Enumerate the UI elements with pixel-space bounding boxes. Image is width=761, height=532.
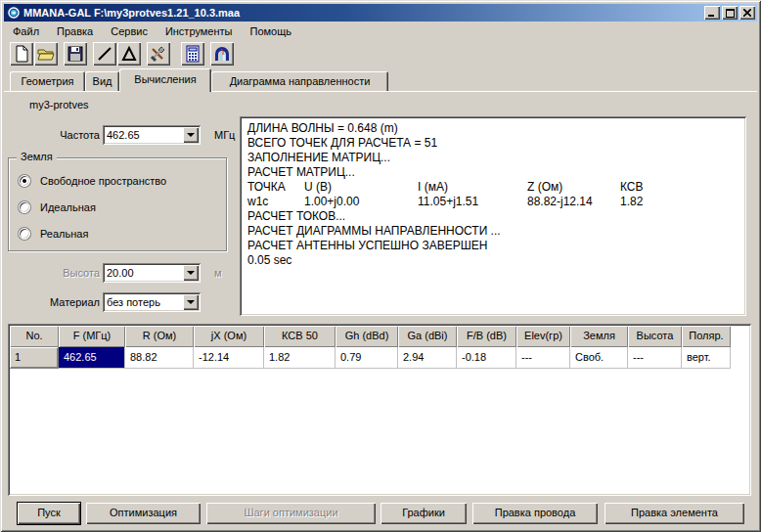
output-col: 11.05+j1.51	[418, 195, 527, 209]
calculate-button[interactable]	[181, 42, 204, 66]
edit-element-button[interactable]: Правка элемента	[604, 503, 744, 524]
results-header-row: No. F (МГц) R (Ом) jX (Ом) КСВ 50 Gh (dB…	[10, 326, 749, 347]
edit-wire-button[interactable]: Правка провода	[472, 503, 598, 524]
cell-ga[interactable]: 2.94	[398, 347, 457, 369]
menu-edit[interactable]: Правка	[48, 23, 102, 39]
close-icon	[743, 9, 751, 17]
ground-option-real[interactable]: Реальная	[19, 227, 88, 240]
cell-elev[interactable]: ---	[516, 347, 570, 369]
height-unit: м	[214, 267, 222, 279]
calculation-output[interactable]: ДЛИНА ВОЛНЫ = 0.648 (m) ВСЕГО ТОЧЕК ДЛЯ …	[240, 116, 746, 316]
start-button[interactable]: Пуск	[18, 503, 80, 524]
titlebar[interactable]: MMANA-GAL F:\my3protves1.21_10.3.maa	[4, 4, 757, 22]
app-logo-icon	[7, 6, 21, 20]
radio-icon	[19, 201, 30, 213]
col-header-r: R (Ом)	[125, 326, 194, 347]
output-line: РАСЧЕТ ТОКОВ...	[247, 209, 739, 224]
frequency-label: Частота	[4, 129, 100, 141]
height-combobox[interactable]: 20.00	[103, 263, 201, 283]
cell-gh[interactable]: 0.79	[336, 347, 398, 369]
output-line: ЗАПОЛНЕНИЕ МАТРИЦ...	[247, 151, 739, 165]
frequency-combobox[interactable]: 462.65	[103, 125, 201, 145]
output-col: 1.82	[620, 195, 643, 209]
col-header-jx: jX (Ом)	[194, 326, 264, 347]
tab-geometry[interactable]: Геометрия	[10, 71, 85, 92]
wire-edit-icon	[96, 45, 113, 63]
results-table: No. F (МГц) R (Ом) jX (Ом) КСВ 50 Gh (dB…	[8, 324, 751, 496]
col-header-gh: Gh (dBd)	[336, 326, 398, 347]
save-file-button[interactable]	[64, 42, 87, 66]
chevron-down-icon	[187, 133, 195, 137]
chevron-down-icon	[187, 300, 195, 304]
output-col: КСВ	[620, 180, 644, 195]
window-title: MMANA-GAL F:\my3protves1.21_10.3.maa	[23, 7, 702, 19]
cell-ground[interactable]: Своб.	[570, 347, 628, 369]
frequency-value: 462.65	[107, 129, 182, 141]
cell-no[interactable]: 1	[10, 347, 59, 369]
save-file-icon	[67, 45, 84, 63]
plots-button[interactable]: Графики	[380, 503, 467, 524]
output-col: 1.00+j0.00	[304, 195, 418, 209]
menu-file[interactable]: Файл	[4, 23, 48, 39]
material-dropdown-button[interactable]	[183, 294, 199, 310]
material-combobox[interactable]: без потерь	[103, 292, 201, 312]
new-file-icon	[13, 45, 30, 63]
tab-pattern[interactable]: Диаграмма направленности	[211, 71, 388, 92]
model-name-label: my3-protves	[29, 99, 89, 111]
cell-fb[interactable]: -0.18	[457, 347, 516, 369]
cell-r[interactable]: 88.82	[125, 347, 194, 369]
minimize-button[interactable]	[704, 6, 720, 20]
height-value: 20.00	[107, 267, 182, 279]
open-file-icon	[37, 45, 55, 63]
calculate-icon	[184, 45, 201, 63]
ground-option-label: Идеальная	[40, 201, 96, 213]
col-header-swr: КСВ 50	[264, 326, 336, 347]
menu-tools[interactable]: Инструменты	[157, 23, 242, 39]
optimization-steps-button[interactable]: Шаги оптимизации	[206, 503, 376, 524]
mmana-gal-window: MMANA-GAL F:\my3protves1.21_10.3.maa Фай…	[0, 0, 761, 532]
output-col: w1c	[247, 195, 304, 209]
ground-option-ideal[interactable]: Идеальная	[19, 200, 96, 213]
open-file-button[interactable]	[34, 42, 58, 66]
tools-button[interactable]	[147, 42, 170, 66]
ground-option-label: Реальная	[40, 228, 88, 240]
ground-groupbox: Земля Свободное пространство Идеальная Р…	[8, 157, 227, 251]
cell-height[interactable]: ---	[628, 347, 682, 369]
output-line: РАСЧЕТ ДИАГРАММЫ НАПРАВЛЕННОСТИ ...	[247, 224, 739, 239]
cell-jx[interactable]: -12.14	[194, 347, 264, 369]
col-header-f: F (МГц)	[59, 326, 125, 347]
new-file-button[interactable]	[10, 42, 33, 66]
height-dropdown-button[interactable]	[183, 265, 199, 281]
output-line: 0.05 sec	[247, 253, 739, 268]
col-header-height: Высота	[628, 326, 682, 347]
tabstrip: Геометрия Вид Вычисления Диаграмма напра…	[4, 68, 757, 91]
frequency-unit: МГц	[214, 129, 235, 141]
maximize-button[interactable]	[722, 6, 738, 20]
output-line: ДЛИНА ВОЛНЫ = 0.648 (m)	[247, 121, 739, 136]
tab-calculations[interactable]: Вычисления	[119, 68, 211, 92]
col-header-no: No.	[10, 326, 59, 347]
ground-option-label: Свободное пространство	[40, 175, 166, 187]
output-col: Z (Ом)	[527, 180, 620, 195]
cell-swr[interactable]: 1.82	[264, 347, 336, 369]
cell-polar[interactable]: верт.	[682, 347, 731, 369]
close-button[interactable]	[739, 6, 755, 20]
ground-option-free-space[interactable]: Свободное пространство	[19, 174, 166, 187]
output-col: I (мА)	[418, 180, 527, 195]
maximize-icon	[726, 9, 735, 18]
pattern-plot-button[interactable]	[210, 42, 234, 66]
tools-icon	[150, 45, 167, 63]
cell-f-selected[interactable]: 462.65	[59, 347, 125, 369]
calculations-page: my3-protves Частота 462.65 МГц Земля Сво…	[4, 91, 757, 528]
optimization-button[interactable]: Оптимизация	[86, 503, 201, 524]
tab-view[interactable]: Вид	[85, 71, 119, 92]
menubar: Файл Правка Сервис Инструменты Помощь	[4, 22, 757, 40]
output-point-header: ТОЧКА U (В) I (мА) Z (Ом) КСВ	[247, 180, 739, 195]
antenna-view-button[interactable]	[117, 42, 141, 66]
menu-help[interactable]: Помощь	[241, 23, 300, 39]
menu-service[interactable]: Сервис	[102, 23, 157, 39]
wire-edit-button[interactable]	[93, 42, 116, 66]
output-col: U (В)	[304, 180, 418, 195]
antenna-view-icon	[120, 45, 138, 63]
frequency-dropdown-button[interactable]	[183, 127, 199, 143]
